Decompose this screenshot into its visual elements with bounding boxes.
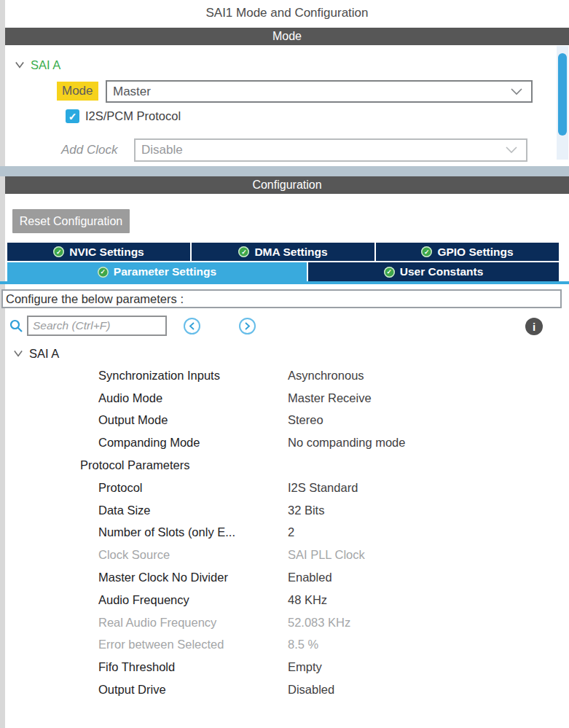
tab-nvic-settings[interactable]: NVIC Settings (7, 243, 190, 261)
tab-user-constants[interactable]: User Constants (308, 262, 559, 281)
chevron-down-icon[interactable] (13, 347, 23, 361)
parameter-label: Synchronization Inputs (98, 369, 288, 383)
parameter-value[interactable]: 8.5 % (288, 638, 318, 651)
search-icon (9, 319, 23, 336)
i2s-protocol-checkbox[interactable] (66, 109, 79, 123)
active-tab-underline (0, 281, 569, 284)
parameter-label: Companding Mode (98, 436, 288, 450)
parameter-row[interactable]: Audio Frequency 48 KHz (0, 589, 569, 611)
mode-dropdown[interactable]: Master (106, 80, 533, 103)
mode-tree-root[interactable]: SAI A (15, 58, 60, 72)
parameter-label: Audio Mode (98, 391, 288, 405)
parameter-label: Fifo Threshold (98, 660, 288, 674)
i2s-protocol-row: I2S/PCM Protocol (66, 109, 181, 123)
panel-title: SAI1 Mode and Configuration (5, 6, 569, 20)
search-input[interactable] (27, 316, 167, 336)
parameter-label: Output Drive (98, 683, 288, 697)
parameter-row[interactable]: Master Clock No Divider Enabled (0, 566, 569, 589)
sai1-config-panel: SAI1 Mode and Configuration Mode SAI A M… (0, 0, 569, 728)
parameter-list: Synchronization Inputs Asynchronous Audi… (0, 364, 569, 701)
mode-section-header: Mode (5, 28, 569, 45)
search-previous-button[interactable] (184, 318, 200, 334)
search-next-button[interactable] (239, 318, 256, 334)
parameter-value[interactable]: 32 Bits (288, 504, 324, 517)
tab-label: NVIC Settings (69, 246, 144, 259)
parameter-label: Audio Frequency (98, 593, 288, 607)
mode-section-scrollbar[interactable] (557, 46, 568, 160)
add-clock-dropdown: Disable (134, 138, 527, 162)
parameter-row[interactable]: Output Mode Stereo (0, 410, 569, 432)
parameter-label: Master Clock No Divider (98, 571, 288, 584)
parameter-value[interactable]: SAI PLL Clock (288, 548, 365, 562)
parameter-value[interactable]: 52.083 KHz (288, 616, 350, 630)
parameter-row[interactable]: Data Size 32 Bits (0, 499, 569, 522)
config-header-label: Configuration (252, 179, 321, 192)
check-circle-icon (238, 246, 249, 257)
parameter-label: Protocol Parameters (80, 458, 288, 472)
parameter-value[interactable]: 2 (288, 525, 294, 539)
parameter-label: Real Audio Frequency (98, 616, 288, 630)
parameter-label: Error between Selected (98, 638, 288, 651)
info-icon[interactable] (525, 318, 543, 335)
parameter-row[interactable]: Real Audio Frequency 52.083 KHz (0, 611, 569, 634)
check-circle-icon (98, 267, 109, 278)
check-circle-icon (384, 267, 395, 278)
tab-label: Parameter Settings (114, 265, 216, 278)
param-tree-root[interactable]: SAI A (13, 347, 59, 361)
scrollbar-thumb[interactable] (558, 53, 567, 136)
parameter-label: Protocol (98, 481, 288, 495)
parameter-row[interactable]: Output Drive Disabled (0, 678, 569, 701)
configure-prompt: Configure the below parameters : (1, 289, 562, 308)
parameter-value[interactable]: Master Receive (288, 391, 372, 405)
parameter-value[interactable]: 48 KHz (288, 593, 327, 607)
settings-tabs-row2: Parameter Settings User Constants (7, 262, 559, 281)
parameter-row[interactable]: Companding Mode No companding mode (0, 431, 569, 454)
check-circle-icon (421, 246, 432, 257)
parameter-value[interactable]: I2S Standard (288, 481, 358, 495)
config-section-header: Configuration (5, 176, 569, 194)
parameter-row[interactable]: Fifo Threshold Empty (0, 656, 569, 678)
mode-field-label: Mode (57, 82, 98, 101)
parameter-label: Data Size (98, 504, 288, 517)
mode-tree-root-label: SAI A (31, 58, 60, 72)
parameter-value[interactable]: Disabled (288, 683, 334, 697)
tab-dma-settings[interactable]: DMA Settings (192, 243, 374, 261)
i2s-protocol-label: I2S/PCM Protocol (85, 109, 181, 123)
mode-dropdown-value: Master (113, 85, 511, 99)
parameter-row[interactable]: Synchronization Inputs Asynchronous (0, 364, 569, 387)
section-divider (0, 166, 569, 176)
parameter-value[interactable]: Asynchronous (288, 369, 364, 383)
parameter-row[interactable]: Protocol Parameters (0, 454, 569, 477)
check-circle-icon (53, 246, 64, 257)
parameter-value[interactable]: Empty (288, 660, 322, 674)
tab-gpio-settings[interactable]: GPIO Settings (376, 243, 559, 261)
chevron-down-icon[interactable] (15, 58, 25, 72)
parameter-row[interactable]: Clock Source SAI PLL Clock (0, 544, 569, 566)
tab-label: DMA Settings (254, 246, 327, 259)
parameter-row[interactable]: Audio Mode Master Receive (0, 387, 569, 410)
parameter-value[interactable]: No companding mode (288, 436, 405, 450)
add-clock-dropdown-value: Disable (141, 143, 506, 157)
parameter-label: Clock Source (98, 548, 288, 562)
tab-label: GPIO Settings (437, 246, 513, 259)
tab-parameter-settings[interactable]: Parameter Settings (7, 262, 307, 281)
parameter-label: Number of Slots (only E... (98, 525, 288, 539)
settings-tabs-row1: NVIC Settings DMA Settings GPIO Settings (7, 243, 559, 261)
parameter-row[interactable]: Protocol I2S Standard (0, 477, 569, 499)
tab-label: User Constants (400, 265, 484, 278)
parameter-value[interactable]: Stereo (288, 413, 323, 427)
parameter-value[interactable]: Enabled (288, 571, 332, 584)
add-clock-label: Add Clock (61, 143, 117, 157)
parameter-row[interactable]: Error between Selected 8.5 % (0, 634, 569, 657)
chevron-down-icon (511, 85, 522, 99)
param-tree-root-label: SAI A (29, 347, 59, 361)
reset-configuration-button[interactable]: Reset Configuration (12, 209, 130, 233)
parameter-label: Output Mode (98, 413, 288, 427)
parameter-row[interactable]: Number of Slots (only E... 2 (0, 522, 569, 544)
mode-header-label: Mode (272, 30, 302, 43)
chevron-down-icon (506, 143, 517, 157)
